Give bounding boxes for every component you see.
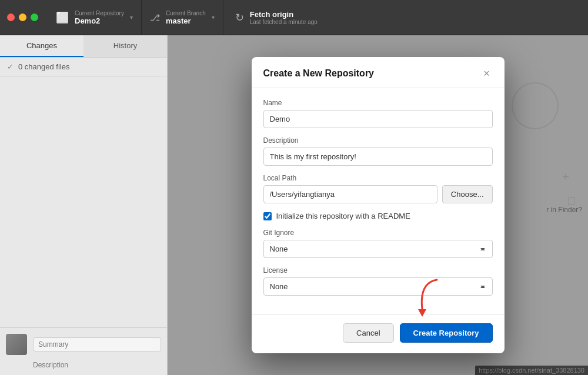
changed-files-label: 0 changed files [18,62,69,71]
branch-label-main: master [166,16,206,25]
tab-history[interactable]: History [83,35,167,57]
name-input[interactable] [263,110,493,128]
license-select[interactable]: None [263,277,493,296]
traffic-lights [7,14,38,21]
modal-close-button[interactable]: × [481,68,493,79]
tab-changes[interactable]: Changes [0,35,83,57]
local-path-input[interactable] [263,185,437,203]
gitignore-select[interactable]: None [263,240,493,258]
repo-label-main: Demo2 [75,16,124,25]
modal-title: Create a New Repository [263,68,375,79]
license-group: License None [263,266,493,296]
repo-label-small: Current Repository [75,10,124,16]
local-path-row: Choose... [263,185,493,203]
modal-footer: Cancel Create Repository [252,314,505,353]
choose-button[interactable]: Choose... [442,185,493,203]
sidebar-bottom: Description [0,327,167,375]
create-repository-button[interactable]: Create Repository [400,323,493,343]
modal-header: Create a New Repository × [252,57,505,88]
name-group: Name [263,99,493,128]
license-label: License [263,266,493,274]
main-area: Changes History ✓ 0 changed files Descri… [0,35,588,375]
local-path-group: Local Path Choose... [263,174,493,203]
sidebar: Changes History ✓ 0 changed files Descri… [0,35,168,375]
local-path-label: Local Path [263,174,493,182]
repo-icon: ⬜ [56,11,69,24]
arrow-annotation [402,277,449,318]
gitignore-label: Git Ignore [263,229,493,237]
cancel-button[interactable]: Cancel [343,323,393,343]
minimize-button[interactable] [19,14,26,21]
summary-row [6,334,161,355]
create-repository-modal: Create a New Repository × Name Descripti… [252,57,505,353]
titlebar: ⬜ Current Repository Demo2 ▾ ⎇ Current B… [0,0,588,35]
fetch-section[interactable]: ↻ Fetch origin Last fetched a minute ago [223,0,581,35]
readme-checkbox-row: Initialize this repository with a README [263,212,493,220]
description-group: Description [263,136,493,166]
summary-input[interactable] [33,337,161,351]
changed-files-row: ✓ 0 changed files [0,58,167,76]
avatar [6,334,27,355]
branch-icon: ⎇ [150,12,160,23]
branch-label-small: Current Branch [166,10,206,16]
gitignore-group: Git Ignore None [263,229,493,258]
description-input[interactable] [263,148,493,166]
fetch-label-sub: Last fetched a minute ago [250,19,318,25]
readme-checkbox[interactable] [263,212,272,220]
description-label: Description [6,359,161,369]
svg-marker-0 [418,309,426,317]
close-button[interactable] [7,14,15,21]
content-area: + □ r in Finder? Create a New Repository… [168,35,588,375]
readme-checkbox-label: Initialize this repository with a README [276,212,410,220]
branch-chevron-icon: ▾ [212,14,215,21]
current-repository-section[interactable]: ⬜ Current Repository Demo2 ▾ [48,0,142,35]
fetch-label-main: Fetch origin [250,10,318,19]
checkmark-icon: ✓ [7,62,14,71]
maximize-button[interactable] [31,14,38,21]
current-branch-section[interactable]: ⎇ Current Branch master ▾ [142,0,223,35]
sidebar-tabs: Changes History [0,35,167,58]
description-field-label: Description [263,136,493,145]
name-label: Name [263,99,493,107]
modal-body: Name Description Local Path Choose... [252,88,505,314]
fetch-icon: ↻ [235,11,244,24]
repo-chevron-icon: ▾ [130,14,133,21]
modal-overlay: Create a New Repository × Name Descripti… [168,35,588,375]
